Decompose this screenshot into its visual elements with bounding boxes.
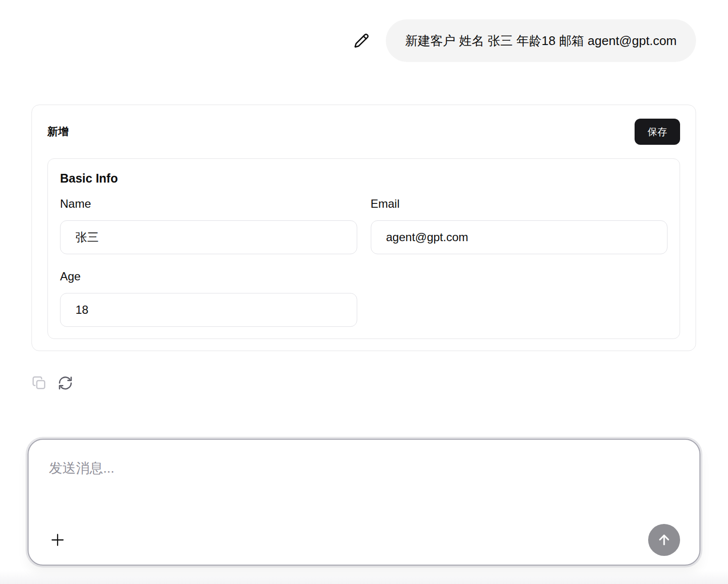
plus-icon [49, 532, 66, 548]
email-field-group: Email [371, 197, 668, 254]
email-input[interactable] [371, 220, 668, 254]
message-composer [28, 439, 700, 566]
edit-message-button[interactable] [353, 32, 370, 49]
copy-icon [32, 376, 46, 390]
section-heading: Basic Info [60, 171, 667, 185]
refresh-icon [58, 375, 73, 391]
user-message-row: 新建客户 姓名 张三 年龄18 邮箱 agent@gpt.com [353, 19, 696, 62]
email-label: Email [371, 197, 668, 211]
attach-button[interactable] [48, 530, 67, 550]
send-button[interactable] [648, 524, 680, 556]
chat-page: 新建客户 姓名 张三 年龄18 邮箱 agent@gpt.com 新增 保存 B… [0, 0, 728, 584]
save-button[interactable]: 保存 [635, 119, 680, 145]
age-label: Age [60, 270, 357, 283]
copy-button[interactable] [30, 374, 48, 392]
message-input[interactable] [42, 456, 686, 524]
age-field-group: Age [60, 270, 357, 327]
user-message-bubble: 新建客户 姓名 张三 年龄18 邮箱 agent@gpt.com [386, 19, 696, 62]
message-actions [30, 374, 75, 392]
composer-toolbar [42, 524, 686, 556]
card-title: 新增 [47, 124, 69, 139]
name-field-group: Name [60, 197, 357, 254]
new-record-card: 新增 保存 Basic Info Name Email Age [31, 105, 696, 351]
basic-info-section: Basic Info Name Email Age [47, 158, 680, 339]
name-label: Name [60, 197, 357, 211]
name-input[interactable] [60, 220, 357, 254]
bottom-gradient [0, 570, 728, 584]
user-message-text: 新建客户 姓名 张三 年龄18 邮箱 agent@gpt.com [405, 34, 677, 47]
arrow-up-icon [656, 532, 672, 548]
regenerate-button[interactable] [56, 374, 75, 392]
pencil-icon [354, 33, 369, 48]
age-input[interactable] [60, 293, 357, 327]
card-header: 新增 保存 [47, 119, 680, 145]
fields-grid: Name Email Age [60, 197, 667, 327]
